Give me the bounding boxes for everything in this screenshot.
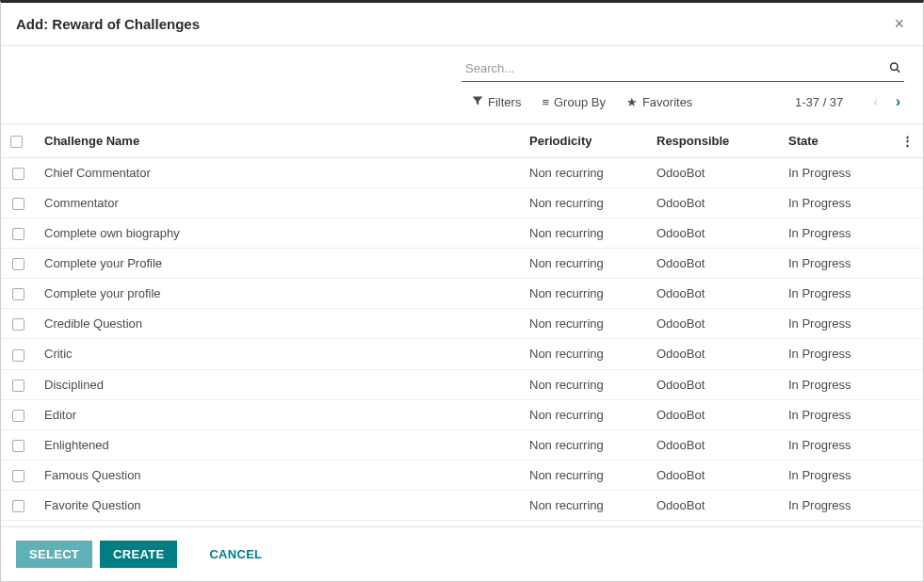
- row-checkbox-cell: [1, 369, 35, 399]
- row-checkbox[interactable]: [12, 318, 24, 331]
- row-state-cell: In Progress: [779, 158, 892, 188]
- row-checkbox[interactable]: [12, 380, 24, 392]
- row-periodicity-cell: Non recurring: [520, 218, 647, 249]
- row-checkbox[interactable]: [12, 228, 24, 240]
- create-button[interactable]: CREATE: [100, 541, 177, 568]
- row-name-cell: Complete your Profile: [35, 249, 520, 279]
- table-row[interactable]: EditorNon recurringOdooBotIn Progress: [1, 399, 923, 429]
- row-periodicity-cell: Non recurring: [520, 249, 647, 279]
- row-state-cell: In Progress: [779, 249, 892, 279]
- row-checkbox-cell: [1, 249, 35, 279]
- cancel-button[interactable]: CANCEL: [196, 541, 275, 568]
- row-name-cell: Commentator: [35, 188, 520, 218]
- modal-header: Add: Reward of Challenges ×: [1, 3, 923, 46]
- row-state-cell: In Progress: [779, 218, 892, 249]
- modal-footer: SELECT CREATE CANCEL: [1, 526, 923, 581]
- filters-button[interactable]: Filters: [472, 95, 521, 109]
- search-row: [1, 46, 923, 82]
- chevron-right-icon: ›: [896, 93, 900, 109]
- row-trailing-cell: [892, 309, 923, 339]
- row-trailing-cell: [892, 249, 923, 279]
- row-checkbox-cell: [1, 309, 35, 339]
- row-checkbox[interactable]: [12, 198, 24, 210]
- row-checkbox-cell: [1, 429, 35, 460]
- toolbar-row: Filters ≡ Group By ★ Favorites 1-37 / 37…: [1, 82, 923, 123]
- next-page-button[interactable]: ›: [892, 93, 904, 110]
- header-state[interactable]: State: [779, 124, 892, 158]
- row-periodicity-cell: Non recurring: [520, 399, 647, 429]
- table-row[interactable]: CriticNon recurringOdooBotIn Progress: [1, 339, 923, 369]
- challenges-table: Challenge Name Periodicity Responsible S…: [1, 123, 923, 521]
- row-name-cell: Favorite Question: [35, 490, 520, 520]
- select-all-checkbox[interactable]: [10, 136, 23, 148]
- row-name-cell: Critic: [35, 339, 520, 369]
- row-state-cell: In Progress: [779, 399, 892, 429]
- row-name-cell: Credible Question: [35, 309, 520, 339]
- row-trailing-cell: [892, 399, 923, 429]
- row-responsible-cell: OdooBot: [647, 249, 779, 279]
- row-name-cell: Editor: [35, 399, 520, 429]
- row-periodicity-cell: Non recurring: [520, 490, 647, 520]
- row-periodicity-cell: Non recurring: [520, 429, 647, 460]
- table-row[interactable]: Complete own biographyNon recurringOdooB…: [1, 218, 923, 249]
- search-input[interactable]: [462, 56, 904, 82]
- groupby-button[interactable]: ≡ Group By: [542, 95, 606, 109]
- table-row[interactable]: Famous QuestionNon recurringOdooBotIn Pr…: [1, 460, 923, 490]
- row-state-cell: In Progress: [779, 369, 892, 399]
- header-checkbox-cell: [1, 124, 35, 158]
- row-checkbox-cell: [1, 279, 35, 309]
- row-checkbox[interactable]: [12, 349, 24, 362]
- row-responsible-cell: OdooBot: [647, 490, 779, 520]
- row-checkbox[interactable]: [12, 258, 24, 270]
- row-checkbox[interactable]: [12, 410, 24, 422]
- close-button[interactable]: ×: [890, 14, 908, 34]
- header-responsible[interactable]: Responsible: [647, 124, 779, 158]
- table-header-row: Challenge Name Periodicity Responsible S…: [1, 124, 923, 158]
- search-icon[interactable]: [889, 62, 900, 76]
- row-checkbox[interactable]: [12, 440, 24, 452]
- pager-text[interactable]: 1-37 / 37: [795, 95, 843, 109]
- row-checkbox-cell: [1, 188, 35, 218]
- prev-page-button[interactable]: ‹: [869, 93, 882, 110]
- row-state-cell: In Progress: [779, 339, 892, 369]
- row-checkbox[interactable]: [12, 168, 24, 180]
- row-checkbox-cell: [1, 158, 35, 188]
- modal-body: Filters ≡ Group By ★ Favorites 1-37 / 37…: [1, 46, 923, 526]
- row-state-cell: In Progress: [779, 460, 892, 490]
- select-button[interactable]: SELECT: [16, 541, 92, 568]
- row-trailing-cell: [892, 460, 923, 490]
- row-state-cell: In Progress: [779, 279, 892, 309]
- table-row[interactable]: EnlightenedNon recurringOdooBotIn Progre…: [1, 429, 923, 460]
- row-periodicity-cell: Non recurring: [520, 158, 647, 188]
- nav-arrows: ‹ ›: [869, 93, 904, 110]
- row-trailing-cell: [892, 218, 923, 249]
- header-options[interactable]: ⋮: [892, 124, 923, 158]
- row-trailing-cell: [892, 158, 923, 188]
- row-checkbox[interactable]: [12, 500, 24, 512]
- row-trailing-cell: [892, 369, 923, 399]
- table-row[interactable]: Chief CommentatorNon recurringOdooBotIn …: [1, 158, 923, 188]
- table-row[interactable]: Complete your ProfileNon recurringOdooBo…: [1, 249, 923, 279]
- row-state-cell: In Progress: [779, 429, 892, 460]
- row-trailing-cell: [892, 339, 923, 369]
- table-row[interactable]: Complete your profileNon recurringOdooBo…: [1, 279, 923, 309]
- row-checkbox[interactable]: [12, 470, 24, 482]
- table-row[interactable]: Favorite QuestionNon recurringOdooBotIn …: [1, 490, 923, 520]
- table-row[interactable]: CommentatorNon recurringOdooBotIn Progre…: [1, 188, 923, 218]
- row-checkbox[interactable]: [12, 288, 24, 300]
- row-periodicity-cell: Non recurring: [520, 309, 647, 339]
- row-responsible-cell: OdooBot: [647, 188, 779, 218]
- table-row[interactable]: Credible QuestionNon recurringOdooBotIn …: [1, 309, 923, 339]
- search-wrapper: [462, 56, 904, 82]
- kebab-icon: ⋮: [901, 134, 914, 148]
- header-name[interactable]: Challenge Name: [35, 124, 520, 158]
- svg-line-1: [897, 70, 900, 73]
- table-row[interactable]: DisciplinedNon recurringOdooBotIn Progre…: [1, 369, 923, 399]
- favorites-button[interactable]: ★ Favorites: [626, 95, 692, 109]
- row-periodicity-cell: Non recurring: [520, 369, 647, 399]
- header-periodicity[interactable]: Periodicity: [520, 124, 647, 158]
- row-checkbox-cell: [1, 339, 35, 369]
- row-name-cell: Enlightened: [35, 429, 520, 460]
- row-name-cell: Complete own biography: [35, 218, 520, 249]
- row-name-cell: Disciplined: [35, 369, 520, 399]
